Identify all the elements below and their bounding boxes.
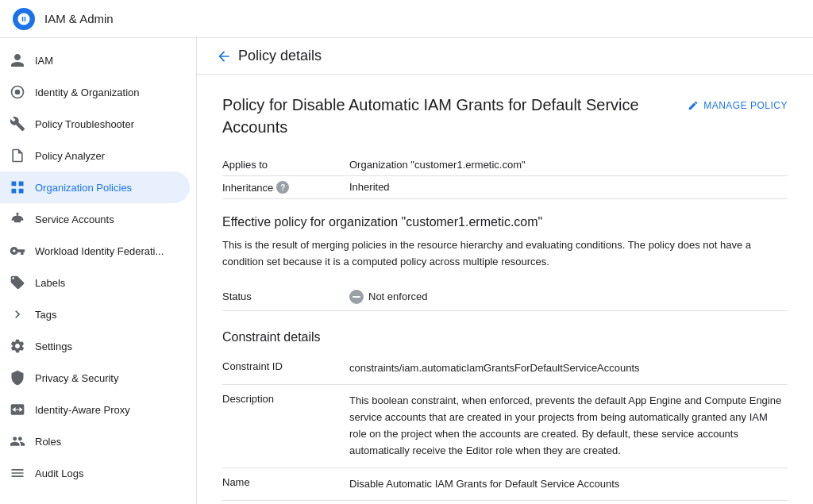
description-label: Description	[222, 385, 349, 467]
circle-icon	[10, 84, 25, 100]
sidebar-item-tags[interactable]: Tags	[0, 298, 190, 330]
sidebar-label-service-accounts: Service Accounts	[35, 214, 114, 225]
page-header: Policy details	[197, 38, 813, 75]
sidebar-item-service-accounts[interactable]: Service Accounts	[0, 203, 190, 235]
gear-icon	[10, 338, 25, 354]
sidebar-item-policy-troubleshooter[interactable]: Policy Troubleshooter	[0, 108, 190, 140]
proxy-icon	[10, 402, 25, 417]
sidebar-item-labels[interactable]: Labels	[0, 267, 190, 298]
back-button[interactable]	[216, 48, 232, 64]
main-content: Policy details Policy for Disable Automa…	[197, 38, 813, 504]
status-label: Status	[222, 290, 349, 302]
applies-to-label: Applies to	[222, 159, 349, 171]
manage-policy-label: MANAGE POLICY	[703, 100, 788, 111]
sidebar-label-identity-aware-proxy: Identity-Aware Proxy	[35, 404, 130, 416]
inheritance-label: Inheritance ?	[222, 181, 349, 194]
sidebar-item-roles[interactable]: Roles	[0, 425, 190, 457]
manage-policy-button[interactable]: MANAGE POLICY	[688, 94, 788, 117]
app-logo	[13, 8, 35, 30]
svg-point-1	[15, 90, 21, 95]
sidebar-item-workload-identity[interactable]: Workload Identity Federati...	[0, 235, 190, 267]
constraint-id-value: constraints/iam.automaticIamGrantsForDef…	[349, 352, 788, 385]
sidebar-label-iam: IAM	[35, 55, 53, 67]
sidebar-label-identity-org: Identity & Organization	[35, 87, 140, 98]
grid-icon	[10, 179, 25, 195]
sidebar-item-settings[interactable]: Settings	[0, 330, 190, 362]
sidebar-item-org-policies[interactable]: Organization Policies	[0, 171, 190, 203]
description-value: This boolean constraint, when enforced, …	[349, 385, 788, 467]
name-row: Name Disable Automatic IAM Grants for De…	[222, 467, 788, 501]
applies-to-row: Applies to Organization "customer1.ermet…	[222, 154, 788, 176]
tag-icon	[10, 275, 25, 290]
list-icon	[10, 465, 25, 481]
sidebar-label-workload-identity: Workload Identity Federati...	[35, 245, 164, 257]
chevron-right-icon	[10, 306, 25, 322]
constraint-table: Constraint ID constraints/iam.automaticI…	[222, 352, 788, 502]
status-row: Status Not enforced	[222, 283, 788, 311]
shield-icon	[10, 370, 25, 386]
sidebar-label-labels: Labels	[35, 277, 65, 289]
sidebar-item-audit-logs[interactable]: Audit Logs	[0, 457, 190, 489]
status-value: Not enforced	[349, 290, 427, 304]
effective-policy-title: Effective policy for organization "custo…	[222, 215, 788, 229]
applies-to-value: Organization "customer1.ermetic.com"	[349, 159, 526, 171]
doc-icon	[10, 148, 25, 164]
inheritance-row: Inheritance ? Inherited	[222, 176, 788, 199]
status-text: Not enforced	[368, 290, 427, 302]
sidebar-label-policy-troubleshooter: Policy Troubleshooter	[35, 118, 134, 130]
sidebar-label-privacy-security: Privacy & Security	[35, 372, 118, 384]
page-title: Policy details	[238, 48, 322, 64]
sidebar-label-tags: Tags	[35, 309, 56, 321]
effective-policy-desc: This is the result of merging policies i…	[222, 237, 788, 271]
constraint-section-title: Constraint details	[222, 330, 788, 344]
roles-icon	[10, 433, 25, 449]
name-label: Name	[222, 467, 349, 501]
policy-title: Policy for Disable Automatic IAM Grants …	[222, 94, 688, 138]
sidebar-label-audit-logs: Audit Logs	[35, 467, 83, 479]
constraint-id-row: Constraint ID constraints/iam.automaticI…	[222, 352, 788, 385]
sidebar-item-privacy-security[interactable]: Privacy & Security	[0, 362, 190, 394]
app-title: IAM & Admin	[44, 12, 114, 25]
constraint-details: Constraint details Constraint ID constra…	[222, 330, 788, 502]
not-enforced-icon	[349, 290, 364, 304]
sidebar-item-identity-aware-proxy[interactable]: Identity-Aware Proxy	[0, 394, 190, 425]
inheritance-value: Inherited	[349, 181, 390, 193]
details-table: Applies to Organization "customer1.ermet…	[222, 154, 788, 199]
sidebar: IAM Identity & Organization Policy Troub…	[0, 38, 197, 504]
sidebar-label-settings: Settings	[35, 340, 72, 352]
description-row: Description This boolean constraint, whe…	[222, 385, 788, 467]
sidebar-label-org-policies: Organization Policies	[35, 182, 132, 194]
sidebar-item-iam[interactable]: IAM	[0, 44, 190, 76]
help-icon[interactable]: ?	[276, 181, 289, 194]
name-value: Disable Automatic IAM Grants for Default…	[349, 467, 788, 501]
robot-icon	[10, 211, 25, 227]
wrench-icon	[10, 116, 25, 132]
constraint-id-label: Constraint ID	[222, 352, 349, 385]
topbar: IAM & Admin	[0, 0, 813, 38]
person-icon	[10, 52, 25, 68]
sidebar-label-policy-analyzer: Policy Analyzer	[35, 150, 105, 162]
sidebar-label-roles: Roles	[35, 436, 61, 448]
sidebar-item-policy-analyzer[interactable]: Policy Analyzer	[0, 140, 190, 171]
sidebar-item-identity-org[interactable]: Identity & Organization	[0, 76, 190, 108]
key-icon	[10, 243, 25, 259]
